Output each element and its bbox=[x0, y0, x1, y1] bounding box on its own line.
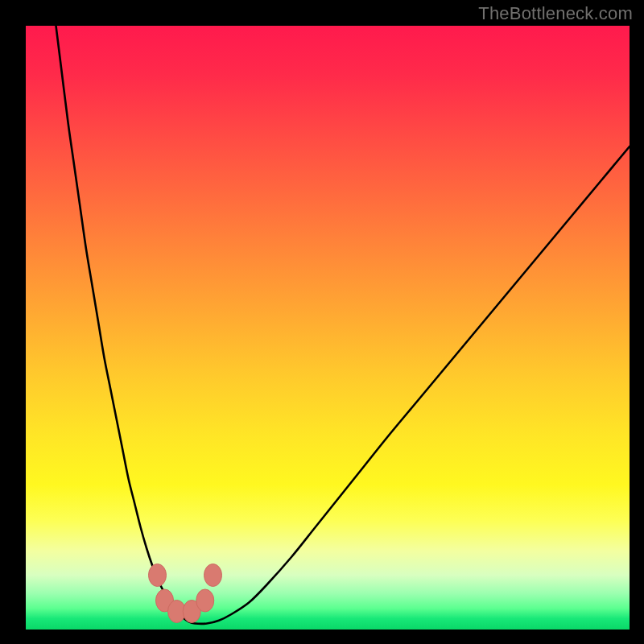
curve-markers bbox=[149, 564, 222, 623]
curve-marker-4 bbox=[196, 589, 214, 612]
watermark-text: TheBottleneck.com bbox=[478, 3, 633, 24]
bottleneck-curve-line bbox=[56, 26, 630, 624]
image-frame: TheBottleneck.com bbox=[0, 0, 644, 644]
curve-marker-5 bbox=[204, 564, 222, 587]
curve-marker-0 bbox=[149, 564, 167, 587]
bottleneck-chart bbox=[26, 26, 630, 630]
plot-area bbox=[26, 26, 630, 630]
